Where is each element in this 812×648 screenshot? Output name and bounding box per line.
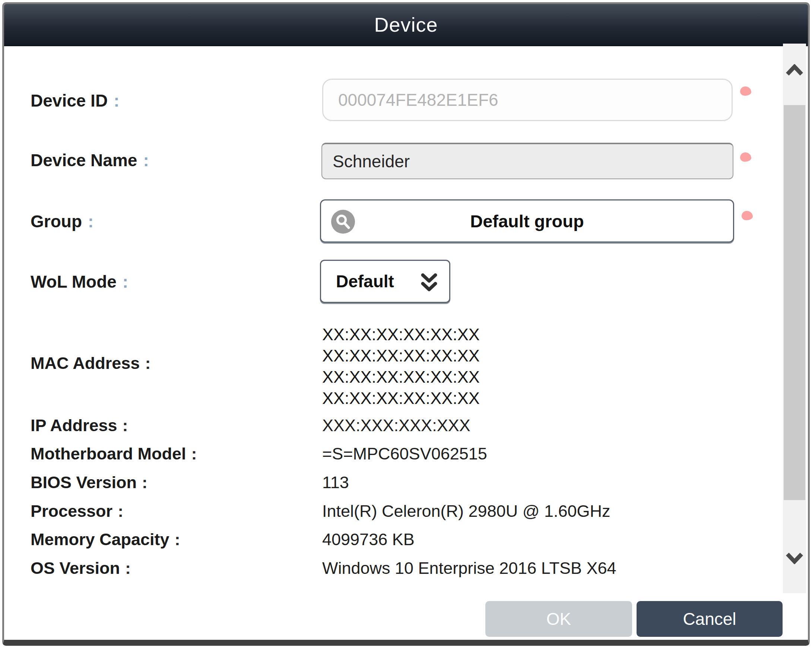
processor-label: Processor:	[31, 501, 123, 521]
mac-line: XX:XX:XX:XX:XX:XX	[322, 388, 480, 409]
processor-value: Intel(R) Celeron(R) 2980U @ 1.60GHz	[322, 501, 610, 521]
dialog-title: Device	[374, 13, 438, 36]
label-colon: :	[145, 354, 151, 373]
mac-address-label: MAC Address:	[31, 354, 151, 373]
required-marker	[740, 153, 751, 162]
mac-line: XX:XX:XX:XX:XX:XX	[322, 345, 480, 366]
device-id-input	[322, 79, 733, 121]
required-marker	[740, 86, 751, 96]
device-id-label: Device ID:	[31, 90, 119, 111]
device-dialog: Device Device ID: Device Name: Group: De…	[2, 2, 810, 646]
label-colon: :	[118, 501, 123, 521]
label-colon: :	[125, 559, 131, 578]
mac-line: XX:XX:XX:XX:XX:XX	[322, 324, 480, 345]
scroll-up-button[interactable]	[783, 44, 806, 99]
cancel-button[interactable]: Cancel	[636, 601, 783, 637]
scrollbar-thumb[interactable]	[784, 105, 805, 500]
group-value: Default group	[321, 200, 733, 241]
bios-version-label: BIOS Version:	[31, 473, 148, 492]
label-colon: :	[88, 212, 93, 231]
scrollbar	[783, 44, 806, 593]
wol-mode-value: Default	[336, 261, 394, 302]
os-version-label: OS Version:	[31, 559, 131, 578]
ok-button[interactable]: OK	[485, 601, 632, 637]
mac-line: XX:XX:XX:XX:XX:XX	[322, 366, 480, 388]
label-colon: :	[142, 473, 148, 492]
label-colon: :	[114, 91, 119, 110]
wol-mode-select[interactable]: Default	[320, 260, 450, 303]
double-chevron-down-icon	[420, 272, 438, 295]
label-colon: :	[175, 530, 180, 549]
group-label: Group:	[31, 211, 93, 231]
dialog-titlebar: Device	[4, 4, 808, 46]
device-name-label: Device Name:	[31, 150, 149, 170]
wol-mode-label: WoL Mode:	[31, 272, 128, 292]
ip-address-value: XXX:XXX:XXX:XXX	[322, 416, 470, 435]
memory-capacity-label: Memory Capacity:	[31, 530, 180, 549]
required-marker	[742, 211, 753, 220]
label-colon: :	[122, 416, 128, 435]
memory-capacity-value: 4099736 KB	[322, 530, 415, 549]
motherboard-model-value: =S=MPC60SV062515	[322, 444, 487, 463]
label-colon: :	[143, 151, 149, 170]
label-colon: :	[122, 272, 128, 291]
motherboard-model-label: Motherboard Model:	[31, 444, 197, 463]
device-name-input[interactable]	[321, 143, 733, 179]
screen: Device Device ID: Device Name: Group: De…	[0, 0, 812, 648]
label-colon: :	[191, 444, 197, 463]
mac-address-values: XX:XX:XX:XX:XX:XX XX:XX:XX:XX:XX:XX XX:X…	[322, 324, 480, 409]
os-version-value: Windows 10 Enterprise 2016 LTSB X64	[322, 559, 617, 578]
ip-address-label: IP Address:	[31, 416, 128, 435]
scroll-down-button[interactable]	[783, 532, 806, 593]
group-picker[interactable]: Default group	[320, 199, 734, 243]
bios-version-value: 113	[322, 473, 349, 492]
